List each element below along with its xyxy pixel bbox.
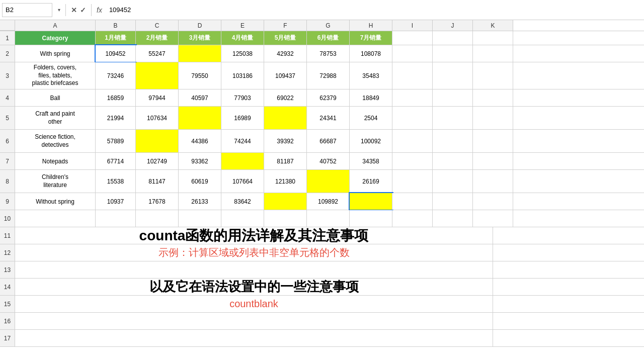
cell-e7[interactable] <box>221 153 264 169</box>
cell-f3[interactable]: 109437 <box>264 62 307 89</box>
cell-j3[interactable] <box>433 62 473 89</box>
cell-b5[interactable]: 21994 <box>96 107 136 129</box>
cell-f10[interactable] <box>264 210 307 227</box>
col-header-g[interactable]: G <box>307 20 350 31</box>
cell-k2[interactable] <box>473 45 513 62</box>
cell-c5[interactable]: 107634 <box>136 107 179 129</box>
cell-d9[interactable]: 26133 <box>179 193 221 210</box>
cell-a1[interactable]: Category <box>15 31 96 45</box>
cell-e5[interactable]: 16989 <box>221 107 264 129</box>
cell-d6[interactable]: 44386 <box>179 130 221 152</box>
cell-i7[interactable] <box>392 153 433 169</box>
cell-k3[interactable] <box>473 62 513 89</box>
cell-j2[interactable] <box>433 45 473 62</box>
cell-c4[interactable]: 97944 <box>136 89 179 106</box>
cell-a6[interactable]: Science fiction,detectives <box>15 130 96 152</box>
cell-reference-box[interactable]: B2 <box>2 3 52 17</box>
confirm-icon[interactable]: ✓ <box>80 6 86 14</box>
cell-c3[interactable] <box>136 62 179 89</box>
cell-g4[interactable]: 62379 <box>307 89 350 106</box>
cell-b10[interactable] <box>96 210 136 227</box>
cell-f6[interactable]: 39392 <box>264 130 307 152</box>
cell-f9[interactable] <box>264 193 307 210</box>
cell-h7[interactable]: 34358 <box>350 153 392 169</box>
cell-d5[interactable] <box>179 107 221 129</box>
cell-k9[interactable] <box>473 193 513 210</box>
cell-k4[interactable] <box>473 89 513 106</box>
cell-j1[interactable] <box>433 31 473 45</box>
cell-b6[interactable]: 57889 <box>96 130 136 152</box>
cell-i10[interactable] <box>392 210 433 227</box>
formula-input[interactable] <box>107 3 642 17</box>
cell-h9[interactable] <box>350 193 392 210</box>
cell-j8[interactable] <box>433 170 473 193</box>
col-header-e[interactable]: E <box>221 20 264 31</box>
cell-b3[interactable]: 73246 <box>96 62 136 89</box>
cell-d8[interactable]: 60619 <box>179 170 221 193</box>
cell-g5[interactable]: 24341 <box>307 107 350 129</box>
cell-c1[interactable]: 2月销量 <box>136 31 179 45</box>
col-header-f[interactable]: F <box>264 20 307 31</box>
col-header-d[interactable]: D <box>179 20 221 31</box>
cell-h4[interactable]: 18849 <box>350 89 392 106</box>
cell-b2[interactable]: 109452 <box>96 45 136 62</box>
cell-e3[interactable]: 103186 <box>221 62 264 89</box>
col-header-j[interactable]: J <box>433 20 473 31</box>
cell-h10[interactable] <box>350 210 392 227</box>
cell-i6[interactable] <box>392 130 433 152</box>
cell-d4[interactable]: 40597 <box>179 89 221 106</box>
cell-k5[interactable] <box>473 107 513 129</box>
cell-ref-dropdown[interactable]: ▾ <box>54 3 63 17</box>
cell-g7[interactable]: 40752 <box>307 153 350 169</box>
cell-a10[interactable] <box>15 210 96 227</box>
cell-b9[interactable]: 10937 <box>96 193 136 210</box>
cell-f2[interactable]: 42932 <box>264 45 307 62</box>
cell-d2[interactable] <box>179 45 221 62</box>
cell-d10[interactable] <box>179 210 221 227</box>
cell-h6[interactable]: 100092 <box>350 130 392 152</box>
cell-k10[interactable] <box>473 210 513 227</box>
cell-g8[interactable] <box>307 170 350 193</box>
cell-j9[interactable] <box>433 193 473 210</box>
col-header-k[interactable]: K <box>473 20 513 31</box>
cell-a8[interactable]: Children'sliterature <box>15 170 96 193</box>
cell-e6[interactable]: 74244 <box>221 130 264 152</box>
cell-e2[interactable]: 125038 <box>221 45 264 62</box>
cell-h8[interactable]: 26169 <box>350 170 392 193</box>
cell-h1[interactable]: 7月销量 <box>350 31 392 45</box>
cell-j7[interactable] <box>433 153 473 169</box>
cell-i1[interactable] <box>392 31 433 45</box>
cell-c10[interactable] <box>136 210 179 227</box>
cell-b8[interactable]: 15538 <box>96 170 136 193</box>
cell-g1[interactable]: 6月销量 <box>307 31 350 45</box>
col-header-b[interactable]: B <box>96 20 136 31</box>
cell-k7[interactable] <box>473 153 513 169</box>
cell-e4[interactable]: 77903 <box>221 89 264 106</box>
cell-f8[interactable]: 121380 <box>264 170 307 193</box>
col-header-c[interactable]: C <box>136 20 179 31</box>
col-header-i[interactable]: I <box>392 20 433 31</box>
cell-g2[interactable]: 78753 <box>307 45 350 62</box>
cell-f1[interactable]: 5月销量 <box>264 31 307 45</box>
cell-f4[interactable]: 69022 <box>264 89 307 106</box>
cell-c9[interactable]: 17678 <box>136 193 179 210</box>
cell-a7[interactable]: Notepads <box>15 153 96 169</box>
cell-i9[interactable] <box>392 193 433 210</box>
cell-j4[interactable] <box>433 89 473 106</box>
cell-i2[interactable] <box>392 45 433 62</box>
cell-a5[interactable]: Craft and paintother <box>15 107 96 129</box>
cell-i3[interactable] <box>392 62 433 89</box>
cell-g9[interactable]: 109892 <box>307 193 350 210</box>
cell-c6[interactable] <box>136 130 179 152</box>
cell-e10[interactable] <box>221 210 264 227</box>
cell-i8[interactable] <box>392 170 433 193</box>
cell-b4[interactable]: 16859 <box>96 89 136 106</box>
cell-a2[interactable]: With spring <box>15 45 96 62</box>
col-header-h[interactable]: H <box>350 20 392 31</box>
cell-e1[interactable]: 4月销量 <box>221 31 264 45</box>
cell-e8[interactable]: 107664 <box>221 170 264 193</box>
cell-b1[interactable]: 1月销量 <box>96 31 136 45</box>
cell-d1[interactable]: 3月销量 <box>179 31 221 45</box>
cell-j5[interactable] <box>433 107 473 129</box>
cell-a9[interactable]: Without spring <box>15 193 96 210</box>
